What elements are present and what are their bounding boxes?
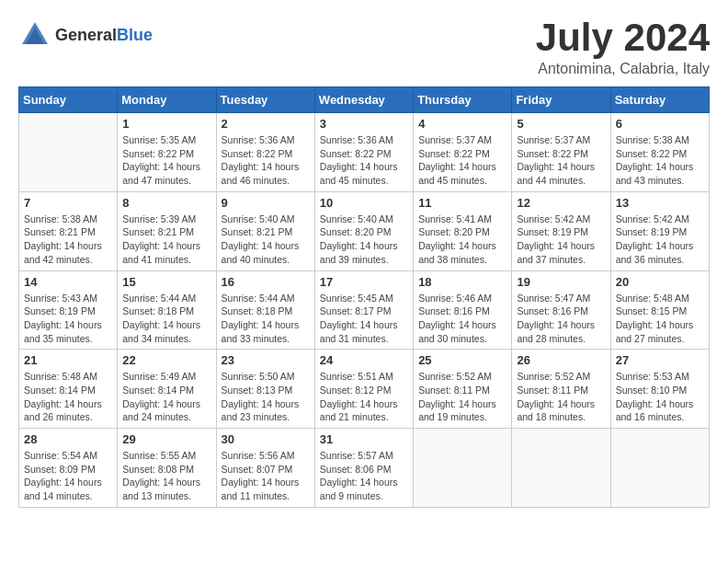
sunrise-text: Sunrise: 5:36 AM xyxy=(222,133,310,147)
day-info: Sunrise: 5:49 AMSunset: 8:14 PMDaylight:… xyxy=(122,370,210,424)
sunrise-text: Sunrise: 5:43 AM xyxy=(24,292,112,305)
daylight-line1: Daylight: 14 hours and 35 minutes. xyxy=(24,318,112,345)
daylight-line1: Daylight: 14 hours and 44 minutes. xyxy=(517,160,605,187)
logo: GeneralBlue xyxy=(18,18,153,52)
calendar-cell: 23Sunrise: 5:50 AMSunset: 8:13 PMDayligh… xyxy=(216,350,314,429)
sunset-text: Sunset: 8:20 PM xyxy=(320,225,408,239)
daylight-line1: Daylight: 14 hours and 28 minutes. xyxy=(517,318,605,345)
day-number: 1 xyxy=(122,117,210,131)
sunrise-text: Sunrise: 5:46 AM xyxy=(418,292,506,305)
sunrise-text: Sunrise: 5:36 AM xyxy=(320,133,408,147)
daylight-line1: Daylight: 14 hours and 19 minutes. xyxy=(418,397,506,424)
page-header: GeneralBlue July 2024 Antonimina, Calabr… xyxy=(18,18,710,77)
day-number: 28 xyxy=(24,432,112,446)
sunrise-text: Sunrise: 5:57 AM xyxy=(320,449,408,463)
calendar-cell: 2Sunrise: 5:36 AMSunset: 8:22 PMDaylight… xyxy=(216,113,314,192)
day-info: Sunrise: 5:48 AMSunset: 8:14 PMDaylight:… xyxy=(24,370,112,424)
sunrise-text: Sunrise: 5:39 AM xyxy=(122,213,210,226)
logo-general: General xyxy=(55,26,117,44)
sunset-text: Sunset: 8:22 PM xyxy=(122,147,210,161)
day-number: 18 xyxy=(418,275,506,289)
day-info: Sunrise: 5:44 AMSunset: 8:18 PMDaylight:… xyxy=(222,292,310,346)
daylight-line1: Daylight: 14 hours and 31 minutes. xyxy=(320,318,408,345)
sunset-text: Sunset: 8:20 PM xyxy=(418,225,506,239)
sunset-text: Sunset: 8:15 PM xyxy=(616,304,704,318)
sunset-text: Sunset: 8:19 PM xyxy=(616,225,704,239)
day-info: Sunrise: 5:56 AMSunset: 8:07 PMDaylight:… xyxy=(222,449,310,503)
daylight-line1: Daylight: 14 hours and 43 minutes. xyxy=(616,160,704,187)
sunset-text: Sunset: 8:10 PM xyxy=(616,384,704,397)
logo-text: GeneralBlue xyxy=(55,26,153,45)
calendar-cell: 26Sunrise: 5:52 AMSunset: 8:11 PMDayligh… xyxy=(512,350,610,429)
day-info: Sunrise: 5:54 AMSunset: 8:09 PMDaylight:… xyxy=(24,449,112,503)
day-info: Sunrise: 5:43 AMSunset: 8:19 PMDaylight:… xyxy=(24,292,112,346)
day-info: Sunrise: 5:52 AMSunset: 8:11 PMDaylight:… xyxy=(517,370,605,424)
calendar-cell: 30Sunrise: 5:56 AMSunset: 8:07 PMDayligh… xyxy=(216,429,314,508)
calendar-cell: 15Sunrise: 5:44 AMSunset: 8:18 PMDayligh… xyxy=(118,270,216,350)
daylight-line1: Daylight: 14 hours and 39 minutes. xyxy=(320,239,408,266)
sunset-text: Sunset: 8:19 PM xyxy=(24,304,112,318)
day-number: 30 xyxy=(222,432,310,446)
sunrise-text: Sunrise: 5:37 AM xyxy=(418,133,506,147)
day-info: Sunrise: 5:37 AMSunset: 8:22 PMDaylight:… xyxy=(517,133,605,188)
sunset-text: Sunset: 8:16 PM xyxy=(418,304,506,318)
sunrise-text: Sunrise: 5:41 AM xyxy=(418,213,506,226)
day-number: 2 xyxy=(222,117,310,131)
sunrise-text: Sunrise: 5:48 AM xyxy=(616,292,704,305)
day-number: 14 xyxy=(24,275,112,289)
sunset-text: Sunset: 8:18 PM xyxy=(222,304,310,318)
calendar-cell: 24Sunrise: 5:51 AMSunset: 8:12 PMDayligh… xyxy=(314,350,413,429)
calendar-cell xyxy=(512,429,610,508)
daylight-line1: Daylight: 14 hours and 24 minutes. xyxy=(122,397,210,424)
sunset-text: Sunset: 8:22 PM xyxy=(517,147,605,161)
calendar-cell: 18Sunrise: 5:46 AMSunset: 8:16 PMDayligh… xyxy=(414,270,512,350)
day-info: Sunrise: 5:38 AMSunset: 8:21 PMDaylight:… xyxy=(24,213,112,267)
weekday-header-thursday: Thursday xyxy=(414,87,512,113)
sunset-text: Sunset: 8:14 PM xyxy=(24,384,112,397)
daylight-line1: Daylight: 14 hours and 42 minutes. xyxy=(24,239,112,266)
calendar-cell xyxy=(19,113,118,192)
sunrise-text: Sunrise: 5:38 AM xyxy=(616,133,704,147)
day-number: 4 xyxy=(418,117,506,131)
day-number: 5 xyxy=(517,117,605,131)
day-number: 25 xyxy=(418,353,506,367)
day-number: 15 xyxy=(122,275,210,289)
week-row-1: 1Sunrise: 5:35 AMSunset: 8:22 PMDaylight… xyxy=(19,113,710,192)
sunset-text: Sunset: 8:12 PM xyxy=(320,384,408,397)
daylight-line1: Daylight: 14 hours and 13 minutes. xyxy=(122,476,210,502)
day-info: Sunrise: 5:51 AMSunset: 8:12 PMDaylight:… xyxy=(320,370,408,424)
sunset-text: Sunset: 8:16 PM xyxy=(517,304,605,318)
day-info: Sunrise: 5:36 AMSunset: 8:22 PMDaylight:… xyxy=(320,133,408,188)
day-info: Sunrise: 5:45 AMSunset: 8:17 PMDaylight:… xyxy=(320,292,408,346)
day-number: 13 xyxy=(616,196,704,210)
sunrise-text: Sunrise: 5:55 AM xyxy=(122,449,210,463)
calendar-cell: 16Sunrise: 5:44 AMSunset: 8:18 PMDayligh… xyxy=(216,270,314,350)
day-info: Sunrise: 5:55 AMSunset: 8:08 PMDaylight:… xyxy=(122,449,210,503)
daylight-line1: Daylight: 14 hours and 37 minutes. xyxy=(517,239,605,266)
sunrise-text: Sunrise: 5:52 AM xyxy=(517,370,605,384)
sunset-text: Sunset: 8:21 PM xyxy=(122,225,210,239)
calendar-cell: 6Sunrise: 5:38 AMSunset: 8:22 PMDaylight… xyxy=(610,113,709,192)
calendar-cell: 12Sunrise: 5:42 AMSunset: 8:19 PMDayligh… xyxy=(512,191,610,270)
calendar-cell: 20Sunrise: 5:48 AMSunset: 8:15 PMDayligh… xyxy=(610,270,709,350)
sunset-text: Sunset: 8:21 PM xyxy=(24,225,112,239)
calendar-cell: 7Sunrise: 5:38 AMSunset: 8:21 PMDaylight… xyxy=(19,191,118,270)
sunset-text: Sunset: 8:22 PM xyxy=(616,147,704,161)
week-row-5: 28Sunrise: 5:54 AMSunset: 8:09 PMDayligh… xyxy=(19,429,710,508)
calendar-cell: 5Sunrise: 5:37 AMSunset: 8:22 PMDaylight… xyxy=(512,113,610,192)
day-info: Sunrise: 5:38 AMSunset: 8:22 PMDaylight:… xyxy=(616,133,704,188)
daylight-line1: Daylight: 14 hours and 45 minutes. xyxy=(418,160,506,187)
daylight-line1: Daylight: 14 hours and 14 minutes. xyxy=(24,476,112,502)
sunset-text: Sunset: 8:11 PM xyxy=(418,384,506,397)
daylight-line1: Daylight: 14 hours and 34 minutes. xyxy=(122,318,210,345)
sunrise-text: Sunrise: 5:56 AM xyxy=(222,449,310,463)
day-info: Sunrise: 5:42 AMSunset: 8:19 PMDaylight:… xyxy=(616,213,704,267)
day-info: Sunrise: 5:46 AMSunset: 8:16 PMDaylight:… xyxy=(418,292,506,346)
weekday-header-sunday: Sunday xyxy=(19,87,118,113)
day-number: 16 xyxy=(222,275,310,289)
sunset-text: Sunset: 8:21 PM xyxy=(222,225,310,239)
day-number: 26 xyxy=(517,353,605,367)
sunrise-text: Sunrise: 5:37 AM xyxy=(517,133,605,147)
weekday-header-tuesday: Tuesday xyxy=(216,87,314,113)
daylight-line1: Daylight: 14 hours and 27 minutes. xyxy=(616,318,704,345)
